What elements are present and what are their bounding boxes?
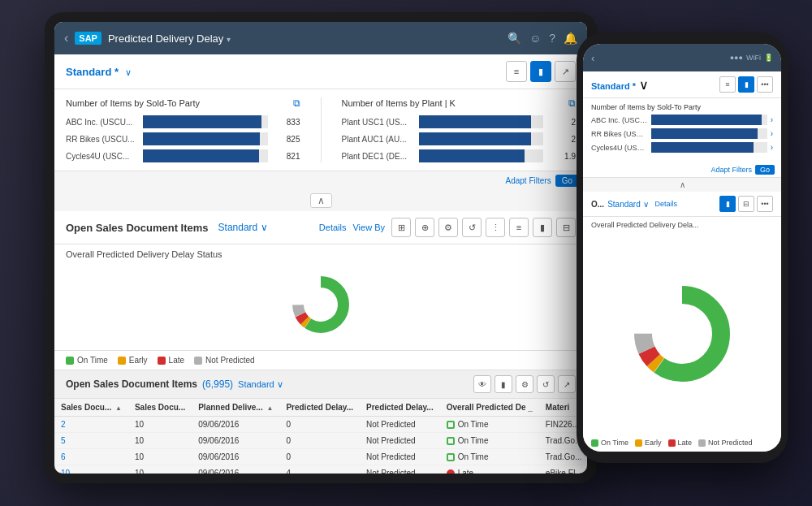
collapse-button[interactable]: ∧ [310, 193, 332, 208]
signal-icon: ●●● [730, 54, 743, 62]
phone-details-label[interactable]: Details [655, 200, 678, 208]
donut-area: Overall Predicted Delivery Delay Status [54, 244, 587, 351]
phone-s2-chart-btn[interactable]: ▮ [719, 196, 736, 212]
chart2-title: Number of Items by Plant | K ⧉ [342, 97, 577, 109]
phone-o-label: O... [591, 200, 604, 209]
refresh-button[interactable]: ↺ [462, 218, 482, 237]
phone-list-btn[interactable]: ≡ [719, 76, 736, 93]
adapt-filters-row: Adapt Filters Go [54, 171, 587, 190]
table-header-row: Open Sales Document Items (6,995) Standa… [54, 370, 587, 399]
battery-icon: 🔋 [764, 54, 773, 62]
sales-doc-link[interactable]: 2 [54, 417, 128, 433]
help-icon[interactable]: ? [549, 32, 555, 45]
collapse-row: ∧ [54, 190, 587, 211]
late-label: Late [169, 356, 184, 365]
phone-s2-more-btn[interactable]: ••• [757, 196, 773, 212]
sales-section-header: Open Sales Document Items Standard ∨ Det… [54, 211, 587, 244]
col-predicted-delay-2[interactable]: Predicted Delay... [360, 399, 440, 417]
phone-on-time-label: On Time [601, 439, 628, 447]
details-label[interactable]: Details [319, 223, 347, 232]
notification-icon[interactable]: 🔔 [564, 32, 577, 45]
phone-bar-row: Cycles4U (USC... › [591, 142, 773, 153]
legend-early: Early [118, 356, 148, 365]
phone-standard-dropdown[interactable]: Standard * ∨ [591, 77, 649, 93]
action-icons: ⊞ ⊕ ⚙ ↺ ⋮ ≡ ▮ ⊟ [391, 218, 576, 237]
adapt-filters-label[interactable]: Adapt Filters [506, 176, 551, 185]
sales-view-dropdown[interactable]: Standard ∨ [218, 222, 268, 233]
list-view-button[interactable]: ≡ [506, 61, 527, 82]
list-view-btn[interactable]: ≡ [509, 218, 529, 237]
copy-icon[interactable]: ⧉ [293, 97, 300, 109]
legend-row: On Time Early Late Not Predicted [54, 351, 587, 370]
bar-chart-1: ABC Inc. (USCU... 833 RR Bikes (USCU... … [66, 115, 300, 162]
phone-early-dot [635, 439, 642, 447]
phone-screen: ‹ ●●● WiFi 🔋 Standard * ∨ ≡ ▮ ••• [583, 44, 781, 452]
chart-view-btn[interactable]: ▮ [533, 218, 552, 237]
phone-collapse-row: ∧ [583, 178, 781, 192]
bar-row: ABC Inc. (USCU... 833 [66, 115, 300, 128]
search-icon[interactable]: 🔍 [508, 32, 521, 45]
phone-go-button[interactable]: Go [755, 165, 775, 175]
phone-dropdown-arrow: ∨ [639, 78, 649, 92]
phone-back-button[interactable]: ‹ [591, 52, 594, 64]
col-sales-doc-2[interactable]: Sales Docu... [128, 399, 192, 417]
phone-chart-btn[interactable]: ▮ [738, 76, 754, 93]
phone-section2-header: O... Standard ∨ Details ▮ ⊟ ••• [583, 192, 781, 217]
table-view-btn[interactable]: ⊟ [556, 218, 576, 237]
phone-adapt-label[interactable]: Adapt Filters [710, 166, 752, 174]
options-button[interactable]: ⋮ [486, 218, 505, 237]
phone-not-predicted-label: Not Predicted [708, 439, 753, 447]
table-icons: 👁 ▮ ⚙ ↺ ↗ [473, 375, 576, 393]
sales-section-title: Open Sales Document Items [66, 222, 209, 234]
col-sales-doc-1[interactable]: Sales Docu... ▲ [54, 399, 128, 417]
table-standard[interactable]: Standard ∨ [238, 379, 283, 390]
phone-view-icons: ≡ ▮ ••• [719, 76, 773, 93]
on-time-indicator [447, 453, 455, 461]
sales-doc-link[interactable]: 10 [54, 465, 128, 474]
table-chart-btn[interactable]: ▮ [495, 375, 512, 393]
title-dropdown-arrow[interactable]: ▾ [227, 35, 231, 44]
zoom-in-button[interactable]: ⊕ [415, 218, 434, 237]
export-button[interactable]: ↗ [555, 61, 576, 82]
grid-view-button[interactable]: ⊞ [391, 218, 411, 237]
table-eye-btn[interactable]: 👁 [473, 375, 491, 393]
col-predicted-delay-1[interactable]: Predicted Delay... [279, 399, 360, 417]
standard-dropdown[interactable]: Standard * ∨ [66, 64, 132, 79]
phone-early-label: Early [645, 439, 662, 447]
bar-row: Cycles4U (USC... 821 [66, 149, 300, 162]
bar-row: Plant AUC1 (AU... 2 [342, 132, 577, 145]
on-time-indicator [447, 421, 455, 429]
sales-doc-link[interactable]: 5 [54, 433, 128, 449]
phone-legend: On Time Early Late Not Predicted [583, 434, 781, 452]
back-button[interactable]: ‹ [64, 31, 68, 45]
phone-device: ‹ ●●● WiFi 🔋 Standard * ∨ ≡ ▮ ••• [577, 32, 788, 463]
phone-donut-area [583, 233, 781, 434]
standard-dropdown-arrow: ∨ [125, 67, 132, 77]
table-export-btn[interactable]: ↗ [558, 375, 576, 393]
svg-point-4 [304, 288, 337, 321]
phone-legend-late: Late [668, 439, 693, 447]
phone-s2-table-btn[interactable]: ⊟ [738, 196, 754, 212]
table-refresh-btn[interactable]: ↺ [537, 375, 555, 393]
phone-collapse-btn[interactable]: ∧ [680, 180, 685, 189]
tablet-device: ‹ SAP Predicted Delivery Delay ▾ 🔍 ☺ ? 🔔… [45, 12, 597, 483]
copy-icon-2[interactable]: ⧉ [568, 97, 576, 109]
settings-button[interactable]: ⚙ [438, 218, 458, 237]
table-title: Open Sales Document Items [66, 378, 197, 390]
col-overall-predicted[interactable]: Overall Predicted De _ [440, 399, 539, 417]
phone-bar-arrow[interactable]: › [771, 129, 773, 138]
user-icon[interactable]: ☺ [529, 32, 541, 45]
col-planned-delivery[interactable]: Planned Delive... ▲ [192, 399, 279, 417]
sales-doc-link[interactable]: 6 [54, 449, 128, 465]
view-by-label: View By [352, 223, 385, 232]
table-settings-btn[interactable]: ⚙ [516, 375, 533, 393]
phone-standard2-label[interactable]: Standard ∨ [607, 200, 648, 209]
early-dot [118, 357, 126, 365]
go-button[interactable]: Go [555, 175, 579, 187]
chart-view-button[interactable]: ▮ [530, 61, 551, 82]
phone-adapt-filters: Adapt Filters Go [583, 162, 781, 178]
topbar-icons: 🔍 ☺ ? 🔔 [508, 32, 577, 45]
phone-bar-arrow[interactable]: › [771, 115, 773, 124]
phone-bar-arrow[interactable]: › [771, 143, 773, 152]
phone-more-btn[interactable]: ••• [757, 76, 773, 93]
